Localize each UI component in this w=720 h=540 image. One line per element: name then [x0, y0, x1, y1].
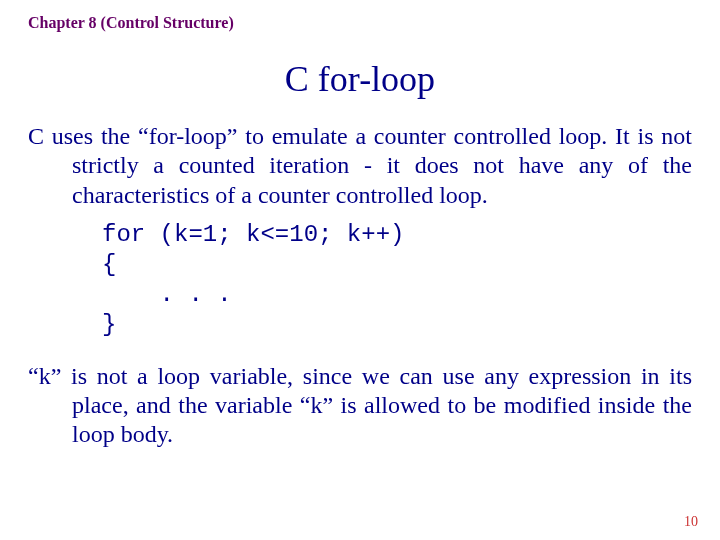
paragraph-2: “k” is not a loop variable, since we can…: [28, 362, 692, 450]
chapter-header: Chapter 8 (Control Structure): [28, 14, 692, 32]
page-number: 10: [684, 514, 698, 530]
paragraph-1: C uses the “for-loop” to emulate a count…: [28, 122, 692, 210]
code-block: for (k=1; k<=10; k++) { . . . }: [28, 220, 692, 340]
page-title: C for-loop: [28, 58, 692, 100]
